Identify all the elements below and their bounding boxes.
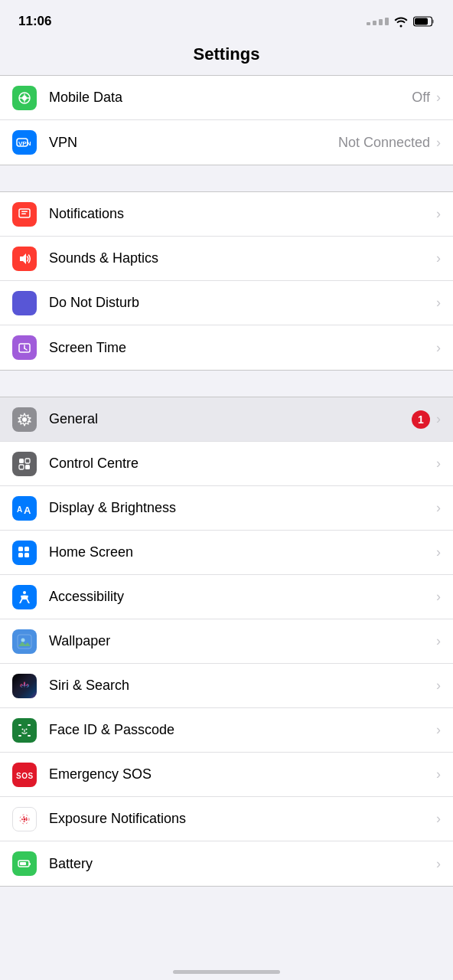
emergency-sos-icon: SOS (12, 763, 37, 787)
emergency-sos-row[interactable]: SOS Emergency SOS › (0, 753, 453, 797)
face-id-label: Face ID & Passcode (49, 722, 436, 738)
siri-search-label: Siri & Search (49, 678, 436, 694)
svg-rect-30 (18, 724, 21, 726)
svg-rect-42 (29, 863, 31, 865)
emergency-sos-label: Emergency SOS (49, 766, 436, 782)
svg-marker-28 (18, 642, 31, 646)
screen-time-row[interactable]: Screen Time › (0, 325, 453, 370)
battery-row[interactable]: Battery › (0, 841, 453, 886)
accessibility-chevron: › (436, 589, 441, 605)
control-centre-chevron: › (436, 456, 441, 472)
home-screen-row[interactable]: Home Screen › (0, 531, 453, 575)
sounds-haptics-label: Sounds & Haptics (49, 250, 436, 266)
page-title: Settings (0, 38, 453, 75)
svg-rect-29 (18, 635, 31, 648)
accessibility-label: Accessibility (49, 589, 436, 605)
exposure-notifications-chevron: › (436, 811, 441, 827)
svg-rect-9 (21, 211, 28, 212)
svg-rect-43 (20, 862, 26, 865)
screen-time-icon (12, 335, 37, 360)
accessibility-icon (12, 585, 37, 609)
do-not-disturb-row[interactable]: Do Not Disturb › (0, 281, 453, 325)
network-section: Mobile Data Off › VPN VPN Not Connected … (0, 75, 453, 165)
control-centre-row[interactable]: Control Centre › (0, 442, 453, 486)
do-not-disturb-chevron: › (436, 295, 441, 311)
general-row[interactable]: General 1 › (0, 397, 453, 442)
siri-icon (12, 674, 37, 698)
svg-rect-17 (25, 459, 30, 463)
svg-line-14 (24, 348, 27, 350)
svg-rect-25 (24, 553, 29, 557)
status-icons (367, 15, 435, 28)
display-brightness-row[interactable]: A A Display & Brightness › (0, 486, 453, 531)
svg-rect-18 (19, 465, 24, 469)
vpn-chevron: › (436, 135, 441, 151)
exposure-notifications-row[interactable]: Exposure Notifications › (0, 797, 453, 841)
svg-rect-19 (25, 465, 30, 469)
siri-search-row[interactable]: Siri & Search › (0, 664, 453, 708)
svg-text:VPN: VPN (18, 140, 31, 147)
vpn-row[interactable]: VPN VPN Not Connected › (0, 120, 453, 165)
display-brightness-label: Display & Brightness (49, 500, 436, 516)
svg-rect-32 (18, 735, 21, 737)
wifi-icon (393, 15, 409, 28)
svg-point-15 (22, 417, 27, 422)
svg-rect-22 (18, 547, 23, 551)
mobile-data-label: Mobile Data (49, 90, 412, 106)
svg-rect-24 (18, 553, 23, 557)
exposure-icon (12, 807, 37, 831)
mobile-data-row[interactable]: Mobile Data Off › (0, 76, 453, 120)
general-chevron: › (436, 411, 441, 427)
screen-time-label: Screen Time (49, 340, 436, 356)
svg-rect-33 (28, 735, 31, 737)
svg-text:SOS: SOS (16, 772, 34, 780)
status-bar: 11:06 (0, 0, 453, 38)
general-icon (12, 407, 37, 432)
general-section: General 1 › Control Centre › A A (0, 397, 453, 887)
battery-chevron: › (436, 856, 441, 872)
screen-time-chevron: › (436, 340, 441, 356)
notifications-section: Notifications › Sounds & Haptics › Do (0, 191, 453, 371)
wallpaper-label: Wallpaper (49, 633, 436, 649)
face-id-row[interactable]: Face ID & Passcode › (0, 708, 453, 753)
wallpaper-row[interactable]: Wallpaper › (0, 619, 453, 664)
sounds-haptics-row[interactable]: Sounds & Haptics › (0, 237, 453, 281)
accessibility-row[interactable]: Accessibility › (0, 575, 453, 619)
do-not-disturb-icon (12, 291, 37, 315)
network-list: Mobile Data Off › VPN VPN Not Connected … (0, 75, 453, 165)
svg-rect-16 (19, 459, 24, 463)
svg-point-26 (23, 591, 26, 594)
exposure-notifications-label: Exposure Notifications (49, 811, 436, 827)
svg-rect-23 (24, 547, 29, 551)
control-centre-icon (12, 452, 37, 476)
status-time: 11:06 (18, 14, 51, 29)
home-indicator (173, 970, 280, 974)
svg-rect-1 (432, 20, 435, 24)
wallpaper-icon (12, 629, 37, 654)
home-screen-chevron: › (436, 544, 441, 560)
vpn-icon: VPN (12, 130, 37, 155)
mobile-data-icon (12, 86, 37, 110)
display-brightness-chevron: › (436, 500, 441, 516)
svg-point-27 (21, 638, 25, 642)
vpn-label: VPN (49, 135, 338, 151)
display-brightness-icon: A A (12, 496, 37, 521)
sounds-haptics-icon (12, 247, 37, 271)
mobile-data-value: Off (412, 90, 430, 106)
svg-text:A: A (24, 505, 31, 515)
svg-point-35 (26, 728, 28, 730)
signal-icon (367, 18, 389, 25)
home-screen-label: Home Screen (49, 544, 436, 560)
mobile-data-chevron: › (436, 90, 441, 106)
battery-row-icon (12, 851, 37, 876)
notifications-chevron: › (436, 206, 441, 222)
emergency-sos-chevron: › (436, 766, 441, 782)
general-badge: 1 (412, 410, 430, 429)
control-centre-label: Control Centre (49, 456, 436, 472)
face-id-icon (12, 718, 37, 743)
battery-label: Battery (49, 856, 436, 872)
svg-point-34 (22, 728, 24, 730)
svg-rect-31 (28, 724, 31, 726)
notifications-row[interactable]: Notifications › (0, 192, 453, 237)
notifications-label: Notifications (49, 206, 436, 222)
